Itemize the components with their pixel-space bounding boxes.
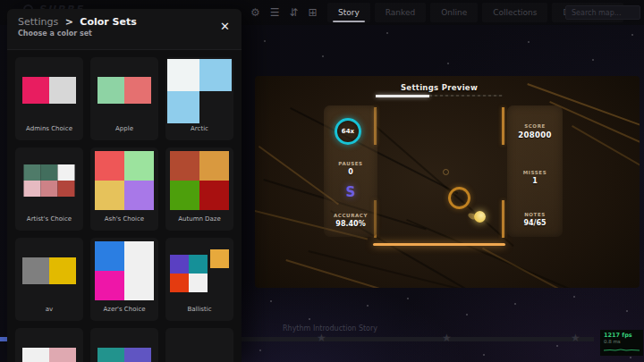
color-swatch	[95, 241, 154, 300]
swatch-color	[95, 181, 124, 210]
color-set-tile[interactable]: Ash's Choice	[90, 147, 158, 231]
color-set-tile[interactable]: av	[15, 238, 83, 321]
breadcrumb-settings[interactable]: Settings	[18, 16, 58, 28]
color-set-name: Azer's Choice	[92, 306, 157, 313]
color-swatch	[173, 348, 226, 362]
swatch-color	[24, 181, 41, 197]
swatch-color	[199, 181, 229, 210]
swatch-color	[49, 348, 76, 362]
swatch-color	[95, 241, 124, 271]
song-progress-bar	[376, 95, 503, 97]
swatch-color	[49, 77, 76, 104]
color-set-tile[interactable]: Artist's Choice	[15, 147, 83, 231]
settings-preview-panel: Settings Preview 64x PAUSES 0 S ACCURACY…	[255, 76, 640, 288]
color-set-name: Apple	[92, 125, 157, 132]
color-set-tile[interactable]: Admins Choice	[15, 57, 83, 140]
background-star	[514, 303, 516, 305]
swatch-color	[124, 271, 154, 300]
stats-left-panel: 64x PAUSES 0 S ACCURACY 98.40%	[324, 105, 377, 237]
star-icon: ★	[571, 332, 580, 344]
stats-right-panel: SCORE 208000 MISSES 1 NOTES 94/65	[507, 105, 563, 237]
score-value: 208000	[507, 130, 563, 139]
color-swatch	[170, 151, 229, 210]
background-star	[556, 345, 558, 347]
color-set-grid: Admins ChoiceAppleArcticArtist's ChoiceA…	[7, 50, 242, 362]
tab-collections[interactable]: Collections	[482, 3, 547, 22]
color-swatch	[167, 59, 232, 123]
color-swatch	[22, 77, 76, 104]
gear-icon[interactable]: ⚙	[250, 7, 260, 18]
preview-title: Settings Preview	[358, 83, 521, 92]
star-icon: ★	[317, 332, 326, 344]
swatch-color	[24, 164, 41, 181]
swatch-color	[22, 77, 49, 104]
tab-ranked[interactable]: Ranked	[375, 3, 426, 22]
color-set-name: Ballistic	[167, 306, 232, 313]
combo-value: 64x	[342, 128, 354, 135]
breadcrumb: Settings > Color Sets	[18, 16, 231, 28]
color-set-tile[interactable]: Ballistic	[165, 238, 233, 321]
tab-online[interactable]: Online	[430, 3, 478, 22]
frame-time-value: 0.8 ms	[604, 339, 640, 345]
color-set-name: Admins Choice	[17, 125, 81, 132]
fps-value: 1217 fps	[604, 332, 640, 339]
swatch-color	[41, 181, 58, 197]
swatch-color	[170, 274, 189, 292]
notes-label: NOTES	[507, 212, 563, 217]
color-set-tile[interactable]: Autumn Daze	[165, 147, 233, 231]
app-window: SUPRE ⚙☰⇵⊞ StoryRankedOnlineCollectionsD…	[0, 0, 644, 362]
breadcrumb-separator: >	[65, 16, 73, 28]
color-set-tile[interactable]: Azer's Choice	[90, 238, 158, 321]
swatch-color	[167, 91, 199, 123]
background-star	[528, 41, 530, 43]
accuracy-label: ACCURACY	[324, 213, 377, 218]
color-swatch	[97, 77, 151, 104]
color-set-tile[interactable]	[165, 328, 233, 362]
pauses-value: 0	[324, 168, 377, 176]
field-bottom-line	[373, 243, 505, 246]
swatch-color	[170, 151, 199, 181]
menu-icon[interactable]: ☰	[270, 7, 280, 18]
color-set-tile[interactable]	[90, 328, 158, 362]
color-set-name: av	[17, 306, 81, 313]
streak-line	[309, 250, 474, 288]
background-star	[447, 63, 449, 64]
tab-story[interactable]: Story	[327, 3, 370, 22]
fps-sparkline	[604, 346, 640, 352]
background-star	[264, 40, 266, 42]
background-star	[626, 310, 628, 312]
background-star	[270, 300, 272, 302]
search-input[interactable]	[565, 5, 640, 20]
swatch-color	[58, 164, 75, 181]
color-set-name: Autumn Daze	[167, 215, 232, 223]
field-corner-bar	[502, 200, 504, 238]
note-ring-small	[443, 169, 449, 175]
selected-map-title: Rhythm Introduction Story	[283, 324, 377, 333]
color-swatch	[24, 164, 75, 197]
sort-icon[interactable]: ⇵	[290, 7, 299, 18]
page-title: Color Sets	[80, 16, 136, 28]
background-star	[483, 354, 485, 356]
color-set-tile[interactable]	[15, 328, 83, 362]
swatch-color	[170, 181, 199, 210]
swatch-color	[97, 77, 124, 104]
notes-value: 94/65	[507, 219, 563, 227]
background-star	[631, 34, 633, 36]
swatch-color	[170, 255, 189, 274]
background-star	[630, 357, 631, 358]
combo-ring: 64x	[335, 118, 361, 145]
background-star	[592, 59, 594, 61]
close-icon[interactable]: ✕	[220, 21, 230, 32]
color-set-tile[interactable]: Apple	[90, 57, 158, 140]
swatch-color	[124, 348, 151, 362]
background-star	[367, 305, 369, 307]
swatch-color	[49, 257, 76, 284]
play-field	[376, 105, 503, 245]
misses-value: 1	[507, 177, 563, 185]
swatch-color	[199, 151, 229, 181]
color-set-tile[interactable]: Arctic	[165, 57, 233, 140]
color-set-name: Ash's Choice	[92, 215, 157, 223]
bookmark-icon[interactable]: ⊞	[309, 7, 318, 18]
field-corner-bar	[502, 107, 504, 145]
swatch-color	[124, 181, 154, 210]
